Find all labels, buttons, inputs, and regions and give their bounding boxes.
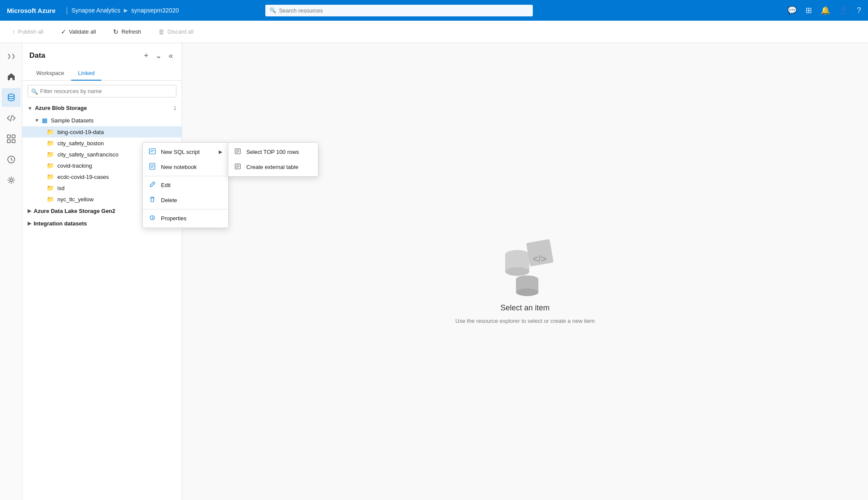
- delete-icon: [149, 196, 157, 204]
- ctx-edit[interactable]: Edit: [143, 178, 228, 193]
- sql-script-icon: [149, 148, 157, 156]
- sub-context-menu: Select TOP 100 rows Create external tabl…: [228, 142, 318, 177]
- svg-point-6: [10, 179, 13, 181]
- nav-monitor[interactable]: [2, 150, 21, 169]
- external-table-icon: [234, 163, 242, 171]
- search-resources-input[interactable]: [265, 5, 533, 16]
- blob-chevron: ▼: [28, 106, 32, 111]
- topbar-icons: 💬 ⊞ 🔔 👤 ?: [787, 6, 861, 15]
- table-icon: ▦: [42, 117, 47, 124]
- service-label: Synapse Analytics: [71, 7, 120, 14]
- blob-storage-label: Azure Blob Storage: [35, 105, 87, 111]
- svg-rect-15: [149, 149, 155, 154]
- nav-manage[interactable]: [2, 171, 21, 190]
- sidebar: Data + ⌄ « Workspace Linked 🔍 ▼: [22, 43, 182, 500]
- sidebar-header: Data + ⌄ «: [22, 43, 182, 66]
- topbar: Microsoft Azure | Synapse Analytics ▶ sy…: [0, 0, 868, 21]
- ctx-properties-label: Properties: [161, 215, 186, 222]
- separator: |: [63, 6, 72, 15]
- ctx-select-top-100[interactable]: Select TOP 100 rows: [228, 144, 318, 159]
- feedback-icon[interactable]: 💬: [787, 6, 797, 15]
- tab-workspace[interactable]: Workspace: [29, 66, 71, 81]
- breadcrumb-arrow: ▶: [120, 7, 131, 13]
- folder-icon: 📁: [47, 196, 54, 203]
- illustration: </>: [486, 219, 564, 298]
- empty-state-title: Select an item: [500, 303, 550, 312]
- adls-label: Azure Data Lake Storage Gen2: [34, 208, 115, 214]
- refresh-icon: ↻: [113, 28, 119, 36]
- folder-icon: 📁: [47, 173, 54, 180]
- isd-label: isd: [57, 185, 65, 191]
- tab-linked[interactable]: Linked: [71, 66, 101, 81]
- empty-state-subtitle: Use the resource explorer to select or c…: [456, 318, 595, 324]
- ctx-new-notebook[interactable]: New notebook: [143, 159, 228, 175]
- adls-chevron: ▶: [28, 208, 31, 214]
- ctx-divider-1: [143, 176, 228, 176]
- nav-data[interactable]: [2, 88, 21, 107]
- main-content: </> Select an item Use the resource expl…: [182, 43, 868, 500]
- main-layout: ❯❯ Data + ⌄ «: [0, 43, 868, 500]
- ctx-properties[interactable]: Properties: [143, 211, 228, 226]
- notification-icon[interactable]: 🔔: [821, 6, 830, 15]
- covid-tracking-label: covid-tracking: [57, 162, 92, 169]
- folder-icon: 📁: [47, 128, 54, 135]
- ctx-edit-label: Edit: [161, 182, 170, 188]
- filter-input[interactable]: [28, 85, 176, 97]
- svg-rect-1: [7, 135, 10, 138]
- publish-icon: ↑: [12, 28, 16, 35]
- validate-all-button[interactable]: ✓ Validate all: [57, 25, 100, 38]
- city-sf-label: city_safety_sanfrancisco: [57, 151, 119, 158]
- portal-menu-icon[interactable]: ⊞: [805, 6, 812, 15]
- brand-label: Microsoft Azure: [7, 7, 63, 14]
- notebook-icon: [149, 163, 157, 171]
- svg-point-14: [516, 288, 538, 296]
- city-boston-label: city_safety_boston: [57, 140, 104, 147]
- select-top-icon: [234, 148, 242, 156]
- svg-rect-4: [12, 140, 15, 143]
- ctx-delete-label: Delete: [161, 197, 177, 203]
- sidebar-header-icons: + ⌄ «: [142, 49, 175, 62]
- svg-rect-3: [7, 140, 10, 143]
- bing-covid-label: bing-covid-19-data: [57, 129, 104, 135]
- tree-group-blob-header[interactable]: ▼ Azure Blob Storage 1: [22, 102, 182, 114]
- empty-state: </> Select an item Use the resource expl…: [456, 219, 595, 324]
- help-icon[interactable]: ?: [857, 6, 861, 15]
- left-nav: ❯❯: [0, 43, 22, 500]
- ctx-new-sql-script[interactable]: New SQL script ▶: [143, 144, 228, 159]
- collapse-all-button[interactable]: ⌄: [154, 49, 164, 62]
- add-resource-button[interactable]: +: [142, 50, 150, 62]
- svg-rect-2: [12, 135, 15, 138]
- workspace-label: synapsepm32020: [131, 7, 179, 14]
- sample-datasets-label: Sample Datasets: [51, 117, 94, 124]
- sidebar-title: Data: [29, 51, 45, 60]
- publish-all-button[interactable]: ↑ Publish all: [9, 25, 47, 38]
- discard-all-button[interactable]: 🗑 Discard all: [155, 25, 197, 38]
- secondary-toolbar: ↑ Publish all ✓ Validate all ↻ Refresh 🗑…: [0, 21, 868, 43]
- account-icon[interactable]: 👤: [839, 6, 848, 15]
- close-sidebar-button[interactable]: «: [167, 50, 175, 62]
- filter-search-icon: 🔍: [31, 88, 38, 94]
- svg-text:</>: </>: [533, 253, 547, 264]
- nav-integrate[interactable]: [2, 129, 21, 148]
- ctx-select-top-100-label: Select TOP 100 rows: [246, 149, 299, 155]
- ctx-delete[interactable]: Delete: [143, 193, 228, 208]
- search-icon: 🔍: [270, 7, 276, 13]
- nyc-tlc-label: nyc_tlc_yellow: [57, 196, 94, 203]
- edit-icon: [149, 181, 157, 189]
- nav-home[interactable]: [2, 67, 21, 86]
- sample-datasets-header[interactable]: ▼ ▦ Sample Datasets: [22, 114, 182, 126]
- svg-point-9: [505, 267, 529, 276]
- refresh-button[interactable]: ↻ Refresh: [110, 25, 145, 38]
- ctx-create-external-table[interactable]: Create external table: [228, 159, 318, 175]
- ctx-divider-2: [143, 209, 228, 209]
- discard-icon: 🗑: [158, 28, 165, 35]
- validate-icon: ✓: [61, 28, 66, 36]
- search-bar-container: 🔍: [265, 5, 533, 16]
- tabs-row: Workspace Linked: [22, 66, 182, 81]
- nav-expand-button[interactable]: ❯❯: [2, 47, 21, 66]
- filter-search-box: 🔍: [28, 85, 176, 97]
- properties-icon: [149, 214, 157, 222]
- tree-item-bing-covid[interactable]: 📁 bing-covid-19-data: [22, 126, 182, 138]
- folder-icon: 📁: [47, 184, 54, 191]
- nav-develop[interactable]: [2, 109, 21, 128]
